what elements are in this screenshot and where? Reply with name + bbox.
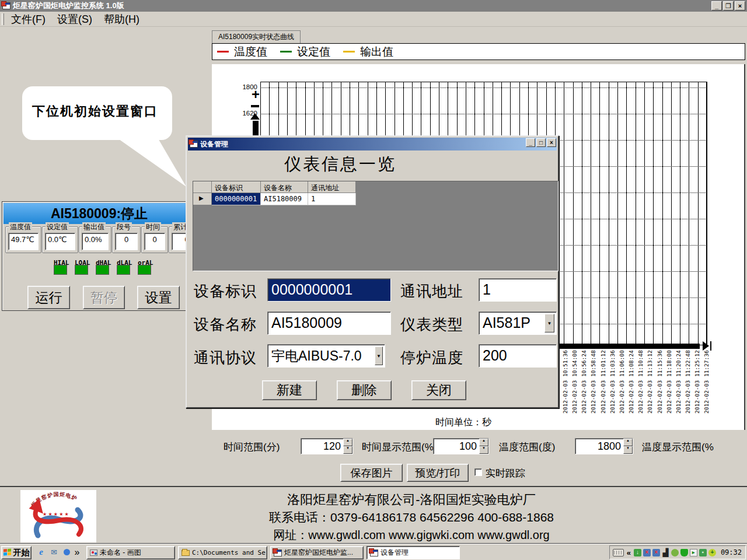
grid-line-vertical: [636, 82, 636, 345]
preview-print-button[interactable]: 预览/打印: [407, 464, 469, 482]
app-icon: [2, 2, 11, 9]
windows-logo-icon: [4, 549, 12, 557]
temp-range-value[interactable]: 1800: [575, 439, 623, 454]
grid-line-vertical: [698, 82, 699, 345]
task-label: 未命名 - 画图: [100, 548, 141, 558]
menu-item-1[interactable]: 设置(S): [54, 12, 100, 26]
y-axis-tick-label: 1800: [232, 83, 257, 90]
backup-icon[interactable]: ▪: [699, 549, 707, 556]
x-axis-tick-label: 2012-02-03 10:51:36: [562, 350, 568, 414]
grid-line-vertical: [617, 82, 618, 345]
device-name-input[interactable]: AI5180009: [267, 312, 391, 335]
sync-icon[interactable]: ▸: [690, 549, 697, 556]
field-label: 输出值: [82, 222, 106, 232]
taskbar-task-0[interactable]: 未命名 - 画图: [86, 546, 175, 559]
grid-cell[interactable]: 1: [308, 193, 356, 205]
run-button[interactable]: 运行: [27, 286, 70, 309]
spin-down-icon[interactable]: ▼: [479, 446, 488, 454]
form-icon: [370, 550, 378, 556]
close-button[interactable]: ×: [735, 1, 745, 10]
protocol-value: 宇电AIBUS-7.0: [271, 348, 362, 363]
spin-up-icon[interactable]: ▲: [623, 439, 633, 446]
start-button[interactable]: 开始: [1, 546, 32, 559]
device-grid[interactable]: 设备标识设备名称通讯地址▶0000000001AI51800091: [193, 181, 558, 271]
messenger-icon[interactable]: [62, 547, 72, 557]
taskbar-task-1[interactable]: C:\Documents and Se...: [178, 546, 267, 559]
quick-launch-overflow-icon[interactable]: »: [74, 547, 81, 557]
protocol-combo[interactable]: 宇电AIBUS-7.0 ▼: [267, 344, 385, 368]
taskbar-task-2[interactable]: 炬星窑炉国炬电炉监...: [270, 546, 364, 559]
main-window-titlebar[interactable]: 炬星窑炉国炬电炉监控系统 1.0版 _ ❐ ×: [0, 0, 747, 12]
hide-tray-icons-arrow[interactable]: «: [626, 548, 632, 557]
grid-line-vertical: [564, 82, 564, 345]
annotation-text: 下位机初始设置窗口: [32, 103, 158, 120]
device-id-input[interactable]: 0000000001: [267, 278, 391, 302]
realtime-track-checkbox[interactable]: [474, 468, 482, 476]
keyboard-icon[interactable]: [613, 549, 624, 556]
pause-button[interactable]: 暂停: [83, 286, 125, 309]
company-logo: 炬星窑炉国炬电炉 ★ ★ ★ ★ ★: [20, 490, 96, 542]
time-display-range-value[interactable]: 100: [434, 439, 479, 454]
save-image-button[interactable]: 保存图片: [340, 464, 403, 482]
grid-line-vertical: [662, 82, 663, 345]
temp-range-spinner[interactable]: 1800 ▲▼: [575, 438, 633, 454]
meter-type-value: AI581P: [483, 314, 530, 331]
minimize-button[interactable]: _: [711, 1, 722, 10]
spin-up-icon[interactable]: ▲: [479, 439, 488, 446]
ie-icon[interactable]: e: [36, 547, 46, 557]
setup-button[interactable]: 设置: [137, 286, 180, 309]
time-display-range-spinner[interactable]: 100 ▲▼: [433, 438, 489, 454]
download-icon[interactable]: ↓: [634, 549, 641, 556]
plus-icon[interactable]: +: [708, 549, 716, 556]
temp-display-range-label: 温度显示范围(%: [642, 440, 714, 454]
menu-item-2[interactable]: 帮助(H): [100, 12, 148, 26]
x-axis-tick-label: 2012-02-03 10:54:00: [571, 350, 578, 414]
restore-button[interactable]: ❐: [723, 1, 734, 10]
field-label: 段号: [116, 222, 132, 232]
time-range-value[interactable]: 120: [301, 439, 343, 454]
menu-drag-handle[interactable]: [2, 13, 4, 25]
scroll-right-arrow-icon[interactable]: [703, 341, 709, 351]
stop-temp-input[interactable]: 200: [479, 344, 557, 368]
comm-address-input[interactable]: 1: [479, 278, 557, 302]
grid-cell[interactable]: AI5180009: [261, 193, 308, 205]
meter-type-combo[interactable]: AI581P ▼: [479, 312, 557, 335]
dialog-maximize-button[interactable]: □: [536, 138, 546, 147]
network-offline2-icon[interactable]: ×: [652, 549, 660, 556]
task-label: 炬星窑炉国炬电炉监...: [284, 548, 353, 558]
dialog-titlebar[interactable]: 设备管理: [188, 138, 557, 150]
time-range-spinner[interactable]: 120 ▲▼: [301, 438, 353, 454]
x-axis-tick-label: 2012-02-03 11:22:48: [685, 350, 691, 414]
chevron-down-icon[interactable]: ▼: [544, 314, 554, 332]
shield-icon[interactable]: [680, 549, 688, 556]
meter-type-label: 仪表类型: [400, 314, 463, 335]
close-dialog-button[interactable]: 关闭: [411, 380, 466, 400]
grid-line-vertical: [707, 82, 707, 345]
task-label: 设备管理: [381, 548, 409, 558]
grid-row-selector[interactable]: ▶: [193, 193, 212, 205]
menu-item-0[interactable]: 文件(F): [8, 12, 54, 26]
taskbar-task-3[interactable]: 设备管理: [366, 546, 460, 559]
grid-cell[interactable]: 0000000001: [212, 193, 261, 205]
legend-item: 温度值: [217, 44, 267, 60]
dialog-icon: [190, 141, 198, 148]
zoom-out-icon[interactable]: [251, 105, 259, 107]
tab-realtime-curve[interactable]: AI5180009实时状态曲线: [212, 30, 301, 43]
spin-down-icon[interactable]: ▼: [343, 446, 352, 454]
spin-down-icon[interactable]: ▼: [623, 446, 633, 454]
field-label: 时间: [145, 222, 161, 232]
signal-bars-icon[interactable]: ▟: [662, 549, 669, 556]
outlook-icon[interactable]: ✉: [49, 547, 59, 557]
spin-up-icon[interactable]: ▲: [343, 439, 352, 446]
new-button[interactable]: 新建: [262, 380, 317, 400]
x-axis-tick-label: 2012-02-03 11:03:36: [609, 350, 616, 414]
grid-line-vertical: [671, 82, 672, 345]
delete-button[interactable]: 删除: [337, 380, 392, 400]
x-axis-tick-label: 2012-02-03 11:18:00: [666, 350, 672, 414]
legend-item: 输出值: [343, 44, 393, 60]
dialog-close-button[interactable]: ×: [547, 138, 556, 147]
chevron-down-icon[interactable]: ▼: [375, 346, 383, 365]
network-offline-icon[interactable]: ×: [643, 549, 651, 556]
globe-icon[interactable]: [671, 549, 679, 556]
dialog-minimize-button[interactable]: _: [526, 138, 535, 147]
